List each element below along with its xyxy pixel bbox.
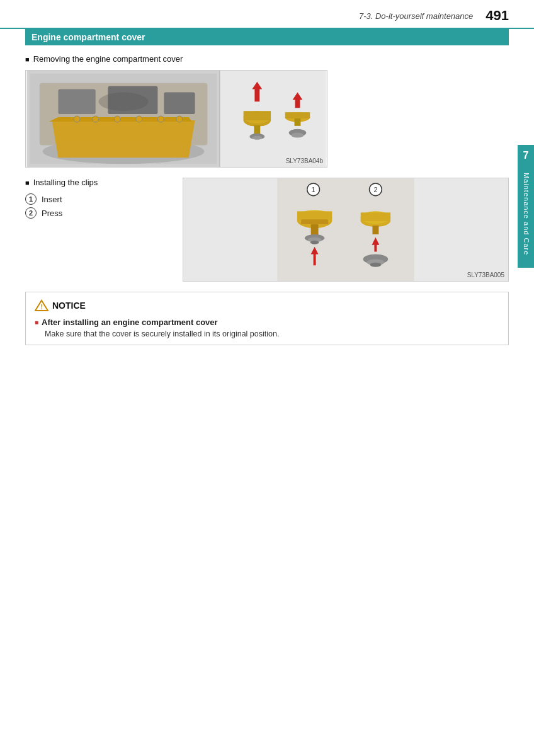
step-1-item: 1 Insert	[25, 193, 170, 205]
notice-subheading: After installing an engine compartment c…	[35, 318, 499, 327]
warning-icon: !	[35, 299, 48, 312]
svg-point-11	[114, 116, 120, 122]
svg-rect-27	[285, 112, 310, 118]
svg-text:2: 2	[373, 186, 377, 193]
content-area: Engine compartment cover Removing the en…	[0, 29, 534, 358]
svg-point-9	[74, 116, 80, 122]
notice-box: ! NOTICE After installing an engine comp…	[25, 292, 509, 345]
step-2-item: 2 Press	[25, 207, 170, 219]
svg-text:1: 1	[312, 186, 315, 193]
step-2-circle: 2	[25, 207, 37, 219]
page-header: 7-3. Do-it-yourself maintenance 491	[0, 0, 534, 29]
svg-point-15	[99, 93, 149, 112]
section-title-bar: Engine compartment cover	[25, 29, 509, 45]
svg-point-13	[157, 116, 164, 122]
svg-point-24	[252, 136, 262, 140]
svg-point-14	[176, 116, 183, 122]
svg-text:!: !	[40, 304, 42, 311]
svg-point-10	[93, 116, 99, 122]
svg-rect-31	[277, 178, 414, 281]
chapter-title: 7-3. Do-it-yourself maintenance	[359, 11, 473, 21]
svg-point-52	[370, 263, 382, 267]
clips-section: Installing the clips 1 Insert 2 Press	[25, 178, 509, 282]
svg-rect-39	[301, 219, 328, 224]
svg-rect-16	[221, 71, 326, 167]
svg-rect-28	[295, 118, 301, 126]
svg-rect-47	[361, 212, 390, 221]
svg-rect-48	[372, 226, 378, 234]
step-1-label: Insert	[42, 195, 62, 204]
engine-cover-image: SLY73BA04b	[25, 70, 327, 168]
notice-text: Make sure that the cover is securely ins…	[45, 329, 499, 338]
installing-heading: Installing the clips	[25, 178, 170, 187]
svg-point-12	[136, 116, 142, 122]
svg-rect-6	[58, 89, 95, 114]
step-2-label: Press	[42, 209, 62, 218]
svg-rect-21	[244, 111, 271, 120]
tab-number: 7	[518, 145, 534, 166]
notice-header: ! NOTICE	[35, 299, 499, 312]
svg-rect-38	[297, 211, 332, 220]
clips-install-image: 1 2	[183, 178, 509, 282]
step-1-circle: 1	[25, 193, 37, 205]
svg-point-30	[292, 133, 304, 138]
clips-text: Installing the clips 1 Insert 2 Press	[25, 178, 170, 221]
tab-label: Maintenance and Care	[518, 165, 534, 268]
clips-image-caption: SLY73BA005	[467, 272, 504, 278]
page-container: 7-3. Do-it-yourself maintenance 491 Engi…	[0, 0, 534, 756]
page-number: 491	[486, 8, 509, 24]
removing-heading: Removing the engine compartment cover	[25, 54, 509, 64]
svg-point-43	[310, 241, 319, 244]
svg-marker-4	[52, 120, 195, 158]
section-title: Engine compartment cover	[31, 32, 145, 42]
removing-image-caption: SLY73BA04b	[286, 158, 323, 164]
notice-label: NOTICE	[52, 301, 86, 311]
svg-rect-8	[164, 93, 195, 115]
